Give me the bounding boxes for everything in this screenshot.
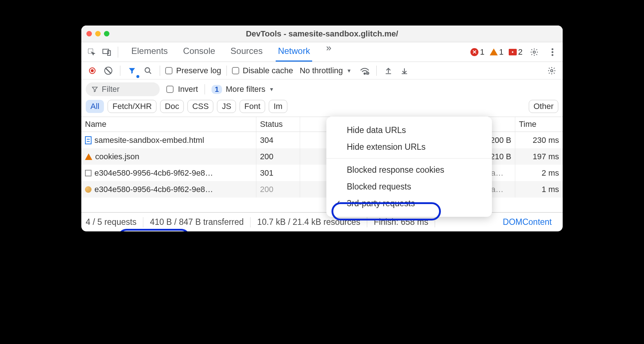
panel-tabs: Elements Console Sources Network » [129, 42, 334, 62]
upload-har-icon[interactable] [382, 64, 395, 77]
titlebar: DevTools - samesite-sandbox.glitch.me/ [81, 26, 563, 42]
chip-all[interactable]: All [86, 100, 104, 113]
download-har-icon[interactable] [398, 64, 411, 77]
error-count-value: 1 [480, 47, 484, 57]
chip-fetch-xhr[interactable]: Fetch/XHR [108, 100, 156, 113]
more-filters-popup: Hide data URLs Hide extension URLs Block… [326, 117, 492, 217]
chip-doc[interactable]: Doc [160, 100, 184, 113]
inspect-element-icon[interactable] [85, 46, 98, 59]
separator [226, 66, 227, 76]
filter-placeholder: Filter [102, 85, 120, 94]
invert-label: Invert [178, 85, 198, 94]
throttling-select[interactable]: No throttling ▼ [300, 66, 352, 75]
popup-blocked-requests[interactable]: Blocked requests [326, 178, 492, 195]
separator [205, 84, 205, 94]
cell-time: 230 ms [515, 132, 563, 148]
file-name: samesite-sandbox-embed.html [94, 136, 204, 145]
more-filters-label: More filters [226, 85, 265, 94]
preserve-log-label: Preserve log [176, 66, 221, 75]
resource-type-chips: All Fetch/XHR Doc CSS JS Font Im Other [81, 98, 563, 117]
network-settings-icon[interactable] [545, 64, 558, 77]
network-toolbar: Preserve log Disable cache No throttling… [81, 62, 563, 79]
col-time[interactable]: Time [515, 117, 563, 132]
record-button[interactable] [86, 64, 99, 77]
chip-font[interactable]: Font [240, 100, 265, 113]
filter-row: Filter Invert 1 More filters ▼ [81, 79, 563, 98]
svg-point-7 [145, 67, 150, 72]
cell-status: 200 [256, 148, 300, 165]
chip-js[interactable]: JS [217, 100, 236, 113]
cell-time: 2 ms [515, 165, 563, 181]
separator [160, 66, 160, 76]
cell-name: samesite-sandbox-embed.html [81, 132, 256, 148]
svg-point-10 [551, 70, 553, 72]
search-icon[interactable] [141, 64, 155, 77]
col-status[interactable]: Status [256, 117, 300, 132]
separator [118, 47, 118, 58]
svg-point-6 [552, 54, 554, 56]
cell-status: 304 [256, 132, 300, 148]
invert-checkbox[interactable]: Invert [166, 85, 198, 94]
chip-img[interactable]: Im [269, 100, 287, 113]
issues-count-value: 2 [518, 47, 523, 57]
warning-icon [85, 153, 92, 160]
tab-network[interactable]: Network [276, 42, 312, 62]
popup-divider [326, 158, 492, 159]
status-transferred: 410 B / 847 B transferred [143, 217, 251, 227]
separator [120, 66, 120, 76]
cell-status: 200 [256, 181, 300, 198]
filter-input[interactable]: Filter [86, 82, 160, 96]
warning-count-value: 1 [499, 47, 504, 57]
svg-point-8 [364, 73, 365, 74]
cell-status: 301 [256, 165, 300, 181]
cell-name: cookies.json [81, 148, 256, 165]
chip-other[interactable]: Other [529, 100, 558, 113]
col-name[interactable]: Name [81, 117, 256, 132]
popup-3rd-party-requests[interactable]: 3rd-party requests [326, 195, 492, 212]
funnel-icon [92, 86, 98, 93]
tab-sources[interactable]: Sources [228, 42, 265, 62]
filter-toggle-icon[interactable] [125, 64, 139, 77]
warning-icon [490, 48, 498, 55]
panel-tabbar: Elements Console Sources Network » ✕ 1 1… [81, 42, 563, 62]
throttling-value: No throttling [300, 66, 343, 75]
network-conditions-icon[interactable] [358, 64, 371, 77]
svg-point-3 [533, 51, 535, 53]
status-resources: 10.7 kB / 21.4 kB resources [251, 217, 367, 227]
document-icon [85, 136, 92, 144]
cell-time: 197 ms [515, 148, 563, 165]
cookie-icon [85, 186, 92, 193]
more-filters-dropdown[interactable]: 1 More filters ▼ [212, 85, 274, 94]
svg-point-4 [552, 48, 554, 50]
caret-down-icon: ▼ [269, 86, 274, 92]
error-count[interactable]: ✕ 1 [470, 47, 484, 57]
status-finish: Finish: 658 ms [367, 217, 435, 227]
status-domcontent[interactable]: DOMContent [496, 217, 558, 227]
tab-elements[interactable]: Elements [129, 42, 170, 62]
preserve-log-checkbox[interactable]: Preserve log [165, 66, 221, 75]
clear-button[interactable] [102, 64, 115, 77]
status-requests: 4 / 5 requests [86, 217, 143, 227]
window-title: DevTools - samesite-sandbox.glitch.me/ [81, 29, 563, 39]
popup-blocked-response-cookies[interactable]: Blocked response cookies [326, 161, 492, 178]
warning-count[interactable]: 1 [490, 47, 504, 57]
file-name: e304e580-9956-4cb6-9f62-9e8… [94, 185, 213, 194]
file-name: cookies.json [95, 152, 139, 161]
kebab-menu-icon[interactable] [546, 46, 559, 59]
popup-hide-extension-urls[interactable]: Hide extension URLs [326, 138, 492, 155]
file-name: e304e580-9956-4cb6-9f62-9e8… [94, 168, 213, 178]
chip-css[interactable]: CSS [187, 100, 213, 113]
issues-icon: • [509, 49, 517, 55]
separator [376, 66, 377, 76]
tab-console[interactable]: Console [181, 42, 217, 62]
disable-cache-checkbox[interactable]: Disable cache [232, 66, 293, 75]
popup-hide-data-urls[interactable]: Hide data URLs [326, 122, 492, 138]
disable-cache-label: Disable cache [243, 66, 293, 75]
issues-count[interactable]: • 2 [509, 47, 523, 57]
error-icon: ✕ [470, 48, 478, 56]
devtools-window: DevTools - samesite-sandbox.glitch.me/ E… [81, 26, 563, 231]
settings-gear-icon[interactable] [528, 46, 541, 59]
device-toolbar-icon[interactable] [100, 46, 113, 59]
more-tabs-button[interactable]: » [323, 42, 334, 62]
placeholder-icon [85, 170, 92, 176]
